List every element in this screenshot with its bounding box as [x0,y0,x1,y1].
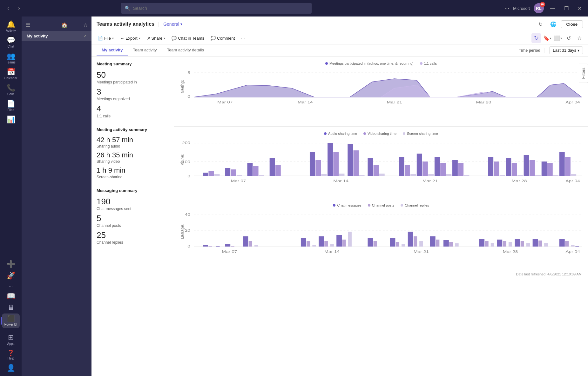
sidebar-item-ellipsis[interactable]: ··· [2,282,20,290]
more-ribbon-icon: ··· [241,36,245,41]
tabs-right: Time period | Last 31 days ▾ [519,46,583,54]
general-dropdown[interactable]: General ▾ [163,22,182,27]
meetings-organized-count: 3 [97,87,169,97]
external-link-icon[interactable]: ↗ [83,34,86,38]
ribbon-right: ↻ 🔖▾ ⬜▾ ↺ ☆ [531,33,584,43]
svg-rect-102 [414,236,417,247]
more-ribbon-button[interactable]: ··· [239,35,247,42]
svg-rect-66 [571,174,576,176]
activity-icon: 🔔 [7,21,15,28]
sidebar-item-calls[interactable]: 📞 Calls [2,82,20,98]
sidebar-item-apps[interactable]: ⊞ Apps [2,332,20,347]
tab-my-activity[interactable]: My activity [97,44,128,56]
sidebar-item-powerbi[interactable]: ⬛ Power BI [2,313,20,328]
legend-screen: Screen sharing time [403,132,438,135]
screen-time-block: 1 h 9 min Screen-sharing [97,166,169,179]
sidebar-item-more1[interactable]: 🚀 [2,270,20,281]
posts-count: 5 [97,214,169,223]
sidebar-label-apps: Apps [7,342,15,346]
sidebar-item-files[interactable]: 📄 Files [2,98,20,114]
more-options-button[interactable]: ··· [504,5,509,12]
svg-rect-45 [428,174,434,176]
svg-rect-86 [254,245,258,247]
svg-rect-95 [348,232,352,247]
chat-in-teams-button[interactable]: 💬 Chat in Teams [169,35,207,42]
date-refreshed-text: Date last refreshed: 4/6/2021 12:10:09 A… [516,272,582,276]
svg-rect-112 [497,240,502,247]
svg-rect-37 [368,158,373,176]
sidebar-item-boards[interactable]: 📊 [2,114,20,126]
svg-rect-47 [440,163,446,176]
meetings-participated-dot [325,62,328,65]
svg-rect-64 [559,152,565,176]
calls-icon: 📞 [7,84,15,91]
chat-teams-icon: 💬 [172,36,177,41]
bookmark-button[interactable]: 🔖▾ [542,33,552,43]
svg-rect-80 [208,246,212,247]
share-button[interactable]: ↗ Share ▾ [144,35,168,42]
hamburger-button[interactable]: ☰ [25,22,30,29]
close-window-button[interactable]: ✕ [575,4,584,13]
sidebar-label-teams: Teams [6,61,15,64]
content-area: Meeting summary 50 Meetings participated… [91,56,588,376]
avatar[interactable]: RL RI [534,3,544,13]
search-input[interactable] [133,6,308,11]
svg-rect-34 [348,144,353,176]
meeting-chart-container: Meetings participated in (adhoc, one tim… [174,56,588,127]
time-period-label: Time period [519,48,540,53]
export-button[interactable]: ↔ Export ▾ [118,35,143,42]
sidebar-item-add[interactable]: ➕ [2,259,20,270]
legend-video: Video sharing time [363,132,396,135]
forward-button[interactable]: › [15,4,24,13]
comment-button[interactable]: 💭 Comment [208,35,237,42]
tab-team-activity[interactable]: Team activity [128,44,162,56]
sidebar-divider [6,330,16,330]
sidebar-item-help[interactable]: ❓ Help [2,348,20,362]
svg-text:Mar 28: Mar 28 [503,250,518,254]
sidebar-item-user-profile[interactable]: 👤 [2,363,20,373]
svg-rect-27 [275,165,281,176]
sidebar-item-chat[interactable]: 💬 Chat [2,35,20,50]
svg-text:Apr 04: Apr 04 [565,179,580,183]
svg-rect-109 [479,239,484,247]
top-bar: Teams activity analytics | General ▾ ↻ 🌐… [91,16,588,32]
svg-text:40: 40 [185,213,190,216]
video-time-block: 26 h 35 min Sharing video [97,151,169,164]
restore-button[interactable]: ❐ [562,4,571,13]
file-button[interactable]: 📄 File ▾ [95,35,116,42]
close-button[interactable]: Close [561,20,583,28]
globe-button[interactable]: 🌐 [548,19,558,29]
svg-rect-40 [399,157,404,176]
time-period-dropdown[interactable]: Last 31 days ▾ [549,46,583,54]
search-box[interactable]: 🔍 [121,3,312,14]
sidebar-label-calendar: Calendar [4,76,17,80]
time-period-chevron: ▾ [578,48,579,53]
view-button[interactable]: ⬜▾ [553,33,563,43]
undo-button[interactable]: ↻ [531,33,541,43]
messaging-chart-container: Chat messages Channel posts Channel repl… [174,198,588,270]
refresh2-button[interactable]: ↺ [564,33,573,43]
chat-in-teams-label: Chat in Teams [178,36,204,41]
second-sidebar-home-icon[interactable]: 🏠 [61,22,68,28]
legend-channel-replies: Channel replies [401,203,429,207]
chat-count: 190 [97,197,169,207]
sidebar-item-book[interactable]: 📖 [2,291,20,301]
calls-dot [420,62,422,65]
svg-rect-58 [524,155,529,176]
svg-rect-87 [301,238,306,247]
filters-tab[interactable]: Filters [579,63,588,83]
svg-rect-24 [253,166,259,176]
svg-rect-120 [544,243,548,247]
sidebar-item-teams[interactable]: 👥 Teams [2,51,20,66]
minimize-button[interactable]: — [548,4,558,12]
sidebar-item-activity[interactable]: 🔔 Activity [2,19,20,34]
sidebar-item-device[interactable]: 🖥 [2,302,20,313]
sidebar-nav-my-activity[interactable]: My activity ↗ [22,31,91,41]
apps-icon: ⊞ [8,334,14,341]
sidebar-item-calendar[interactable]: 📅 Calendar [2,67,20,82]
back-button[interactable]: ‹ [4,4,13,13]
tab-team-activity-details[interactable]: Team activity details [162,44,209,56]
second-sidebar-star-icon[interactable]: ☆ [83,22,88,28]
refresh-button[interactable]: ↻ [536,19,546,29]
star-button[interactable]: ☆ [575,33,584,43]
